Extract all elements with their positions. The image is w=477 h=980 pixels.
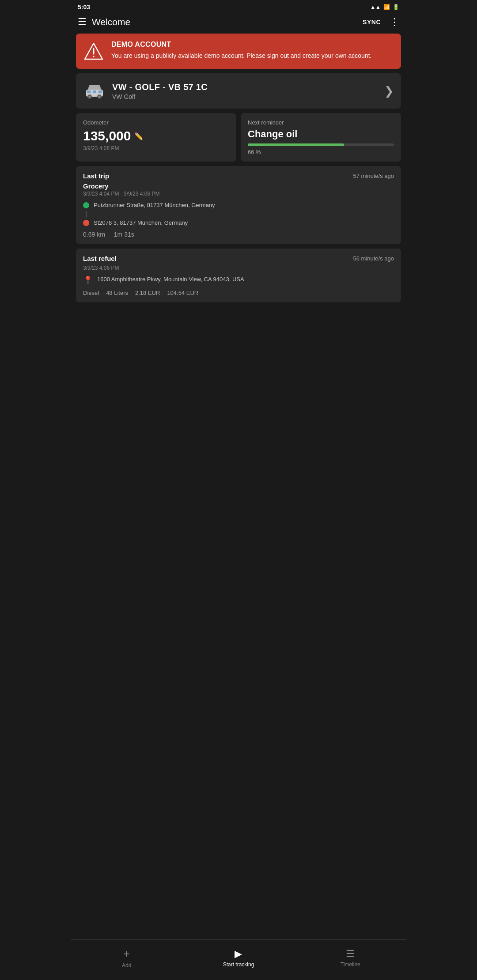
trip-duration: 1m 31s (114, 231, 134, 238)
expand-icon[interactable]: ❯ (384, 84, 394, 98)
refuel-price-per-liter: 2.18 EUR (135, 290, 160, 296)
status-time: 5:03 (78, 4, 90, 11)
timeline-icon: ☰ (346, 948, 355, 960)
vehicle-icon (83, 79, 106, 102)
vehicle-model: VW Golf (112, 93, 378, 100)
start-tracking-icon: ▶ (235, 948, 242, 960)
demo-banner-description: You are using a publicly available demo … (111, 51, 371, 60)
stats-row: Odometer 135,000 ✏️ 3/9/23 4:08 PM Next … (76, 113, 401, 162)
last-refuel-card: Last refuel 56 minute/s ago 3/9/23 4:06 … (76, 249, 401, 302)
trip-stats: 0.69 km 1m 31s (83, 231, 394, 238)
nav-start-tracking[interactable]: ▶ Start tracking (182, 946, 294, 970)
refuel-location: 📍 1600 Amphitheatre Pkwy, Mountain View,… (83, 275, 394, 285)
route-start-text: Putzbrunner Straße, 81737 München, Germa… (94, 201, 215, 209)
refuel-total: 104.54 EUR (167, 290, 198, 296)
page-title: Welcome (92, 17, 354, 27)
last-trip-dates: 3/9/23 4:04 PM - 3/9/23 4:06 PM (83, 191, 394, 197)
battery-icon: 🔋 (393, 4, 399, 10)
signal-icon: ▲▲ (370, 4, 381, 10)
nav-timeline[interactable]: ☰ Timeline (295, 946, 406, 970)
svg-rect-9 (93, 90, 96, 93)
route-end: St2078 3, 81737 München, Germany (83, 219, 394, 227)
wifi-icon: 📶 (383, 4, 390, 10)
demo-banner: DEMO ACCOUNT You are using a publicly av… (76, 34, 401, 69)
demo-banner-content: DEMO ACCOUNT You are using a publicly av… (111, 41, 371, 60)
add-icon: + (123, 947, 130, 961)
progress-bar-background (248, 143, 394, 146)
last-refuel-date: 3/9/23 4:06 PM (83, 265, 394, 271)
bottom-nav: + Add ▶ Start tracking ☰ Timeline (71, 939, 406, 980)
last-trip-subtitle: Grocery (83, 182, 394, 190)
reminder-name: Change oil (248, 128, 394, 140)
last-trip-header: Last trip 57 minute/s ago (83, 172, 394, 180)
route-end-dot (83, 220, 89, 226)
route-connector (86, 211, 87, 217)
sync-button[interactable]: SYNC (359, 16, 384, 28)
svg-rect-10 (98, 90, 102, 93)
reminder-card: Next reminder Change oil 66 % (241, 113, 401, 162)
last-trip-title: Last trip (83, 172, 109, 180)
progress-bar-fill (248, 143, 344, 146)
menu-icon[interactable]: ☰ (78, 16, 87, 28)
main-content: DEMO ACCOUNT You are using a publicly av… (71, 34, 406, 939)
refuel-details: Diesel 48 Liters 2.18 EUR 104.54 EUR (83, 290, 394, 296)
svg-point-7 (98, 96, 101, 98)
last-refuel-time-ago: 56 minute/s ago (353, 255, 394, 262)
status-bar: 5:03 ▲▲ 📶 🔋 (71, 0, 406, 12)
reminder-label: Next reminder (248, 119, 394, 126)
vehicle-name: VW - GOLF - VB 57 1C (112, 82, 378, 92)
last-trip-time-ago: 57 minute/s ago (353, 173, 394, 179)
location-pin-icon: 📍 (83, 275, 93, 285)
last-trip-card: Last trip 57 minute/s ago Grocery 3/9/23… (76, 166, 401, 244)
refuel-address: 1600 Amphitheatre Pkwy, Mountain View, C… (97, 275, 244, 283)
header: ☰ Welcome SYNC ⋮ (71, 12, 406, 34)
status-icons: ▲▲ 📶 🔋 (370, 4, 399, 10)
nav-start-tracking-label: Start tracking (223, 961, 254, 968)
route-end-text: St2078 3, 81737 München, Germany (94, 219, 188, 227)
vehicle-card[interactable]: VW - GOLF - VB 57 1C VW Golf ❯ (76, 73, 401, 109)
reminder-percentage: 66 % (248, 149, 394, 155)
refuel-liters: 48 Liters (106, 290, 128, 296)
nav-add-label: Add (122, 962, 131, 969)
odometer-card: Odometer 135,000 ✏️ 3/9/23 4:08 PM (76, 113, 236, 162)
odometer-value: 135,000 ✏️ (83, 128, 229, 143)
route-start-dot (83, 202, 89, 208)
more-options-icon[interactable]: ⋮ (390, 16, 399, 28)
edit-icon[interactable]: ✏️ (134, 132, 143, 140)
demo-banner-title: DEMO ACCOUNT (111, 41, 371, 49)
svg-point-2 (93, 56, 95, 57)
trip-distance: 0.69 km (83, 231, 105, 238)
last-refuel-title: Last refuel (83, 255, 117, 262)
refuel-fuel-type: Diesel (83, 290, 99, 296)
last-refuel-header: Last refuel 56 minute/s ago (83, 255, 394, 262)
nav-timeline-label: Timeline (341, 961, 360, 968)
vehicle-info: VW - GOLF - VB 57 1C VW Golf (112, 82, 378, 100)
odometer-date: 3/9/23 4:08 PM (83, 145, 229, 151)
odometer-label: Odometer (83, 119, 229, 126)
route-start: Putzbrunner Straße, 81737 München, Germa… (83, 201, 394, 209)
svg-point-5 (89, 96, 91, 98)
svg-rect-8 (87, 90, 91, 93)
warning-icon (83, 41, 104, 62)
nav-add[interactable]: + Add (71, 944, 182, 971)
